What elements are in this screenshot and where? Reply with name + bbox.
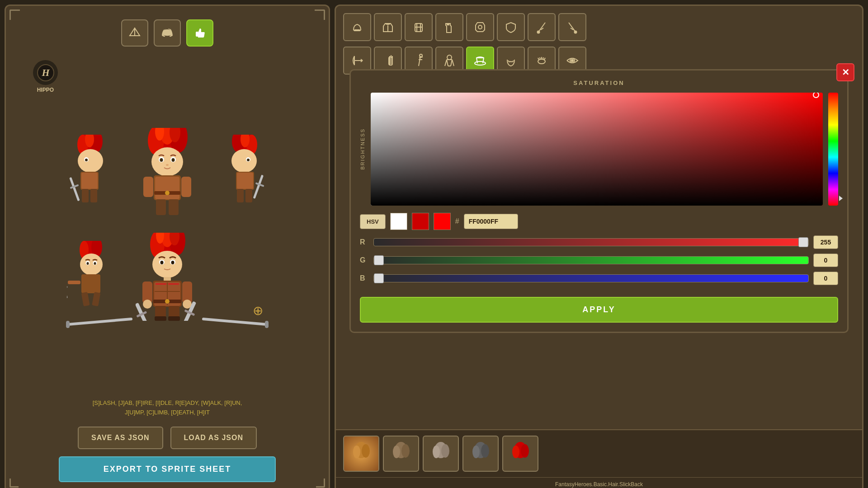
svg-point-152	[521, 444, 529, 458]
hsv-row: HSV #	[360, 213, 838, 230]
svg-rect-64	[67, 286, 68, 290]
svg-point-58	[87, 262, 89, 265]
helmet-button[interactable]	[343, 13, 371, 41]
hue-container	[828, 93, 838, 206]
svg-point-75	[160, 261, 163, 264]
svg-rect-38	[156, 199, 166, 215]
svg-line-123	[419, 57, 423, 58]
svg-point-149	[481, 444, 489, 458]
shield-button[interactable]	[497, 13, 525, 41]
sprite-cell-top-left	[54, 121, 130, 225]
sword2-button[interactable]	[558, 13, 586, 41]
belt-button[interactable]	[466, 13, 494, 41]
svg-rect-49	[237, 189, 244, 202]
author-badge: H HIPPO	[33, 60, 58, 93]
hash-symbol: #	[455, 217, 459, 225]
sprite-cell-bottom-right: ⊕	[205, 225, 280, 329]
svg-line-132	[540, 57, 540, 59]
svg-point-125	[447, 55, 452, 60]
hair-thumbnail-2[interactable]	[383, 436, 419, 472]
corner-decoration-bl	[9, 479, 19, 488]
saturation-picker[interactable]	[371, 93, 823, 206]
svg-rect-93	[155, 316, 166, 321]
move-handle[interactable]: ⊕	[249, 302, 267, 320]
svg-point-44	[231, 149, 257, 173]
svg-point-11	[78, 149, 103, 173]
right-panel: ✕ SATURATION BRIGHTNESS HSV #	[335, 5, 863, 488]
armor-button[interactable]	[374, 13, 402, 41]
b-value[interactable]: 0	[813, 272, 838, 285]
gloves-button[interactable]	[435, 13, 463, 41]
top-buttons	[121, 19, 213, 47]
sword1-button[interactable]	[528, 13, 556, 41]
hair-thumbnail-3[interactable]	[423, 436, 459, 472]
hair-thumbnail-4[interactable]	[462, 436, 499, 472]
svg-line-134	[543, 57, 543, 59]
sprite-container: ⊕	[54, 121, 280, 329]
g-slider[interactable]	[373, 256, 809, 264]
color-picker-panel: ✕ SATURATION BRIGHTNESS HSV #	[349, 69, 849, 333]
hex-value-input[interactable]	[464, 214, 518, 229]
svg-point-142	[393, 446, 400, 458]
r-slider[interactable]	[373, 238, 809, 246]
action-buttons: SAVE AS JSON LOAD AS JSON	[78, 427, 257, 449]
svg-point-130	[538, 59, 545, 64]
svg-point-3	[165, 32, 166, 34]
svg-point-77	[171, 261, 174, 264]
author-icon: H	[33, 60, 58, 85]
svg-point-143	[401, 444, 410, 458]
svg-point-4	[168, 32, 170, 34]
svg-point-46	[247, 159, 250, 161]
svg-line-126	[447, 60, 448, 66]
chest-button[interactable]	[405, 13, 433, 41]
svg-point-13	[85, 159, 88, 161]
svg-rect-15	[81, 173, 98, 189]
item-label: FantasyHeroes.Basic.Hair.SlickBack	[336, 477, 862, 488]
svg-point-112	[575, 31, 577, 33]
save-json-button[interactable]: SAVE AS JSON	[78, 427, 163, 449]
svg-line-135	[544, 58, 545, 60]
saturation-title: SATURATION	[360, 80, 838, 86]
g-value[interactable]: 0	[813, 253, 838, 267]
left-panel: H HIPPO	[5, 5, 330, 488]
load-json-button[interactable]: LOAD AS JSON	[170, 427, 257, 449]
svg-point-151	[512, 446, 519, 458]
close-color-picker-button[interactable]: ✕	[836, 63, 854, 81]
hair-thumbnail-1[interactable]	[343, 436, 379, 472]
svg-point-26	[151, 147, 183, 176]
color-preview-bright[interactable]	[434, 213, 451, 230]
svg-point-139	[353, 446, 360, 458]
unity-button[interactable]	[121, 19, 148, 47]
svg-point-73	[152, 251, 182, 278]
sprite-cell-top-right	[205, 121, 280, 225]
discord-button[interactable]	[154, 19, 181, 47]
r-value[interactable]: 255	[813, 235, 838, 249]
hue-cursor	[839, 196, 843, 201]
chibi-sprite-front-serious	[136, 233, 199, 321]
author-name: HIPPO	[37, 87, 54, 93]
like-button[interactable]	[186, 19, 213, 47]
hue-slider[interactable]	[828, 93, 838, 206]
svg-line-131	[538, 58, 539, 60]
svg-point-122	[420, 54, 422, 57]
export-button[interactable]: EXPORT TO SPRITE SHEET	[59, 456, 276, 482]
chibi-sprite-front-large	[133, 128, 201, 218]
svg-point-56	[80, 253, 103, 275]
sprite-cell-top-center	[130, 121, 205, 225]
chibi-sprite-attack	[67, 241, 117, 313]
svg-rect-37	[181, 177, 191, 197]
brightness-label: BRIGHTNESS	[360, 128, 365, 170]
svg-line-127	[451, 60, 452, 66]
svg-rect-85	[156, 283, 166, 285]
saturation-cursor[interactable]	[813, 93, 819, 98]
hsv-mode-button[interactable]: HSV	[360, 214, 386, 229]
svg-rect-86	[168, 283, 179, 285]
thumbnail-row	[336, 429, 862, 477]
svg-point-128	[475, 61, 486, 65]
b-slider[interactable]	[373, 274, 809, 282]
hair-thumbnail-5[interactable]	[502, 436, 538, 472]
g-label: G	[360, 256, 369, 264]
svg-point-148	[472, 446, 480, 458]
apply-button[interactable]: APPLY	[360, 297, 838, 323]
svg-point-28	[160, 158, 163, 162]
